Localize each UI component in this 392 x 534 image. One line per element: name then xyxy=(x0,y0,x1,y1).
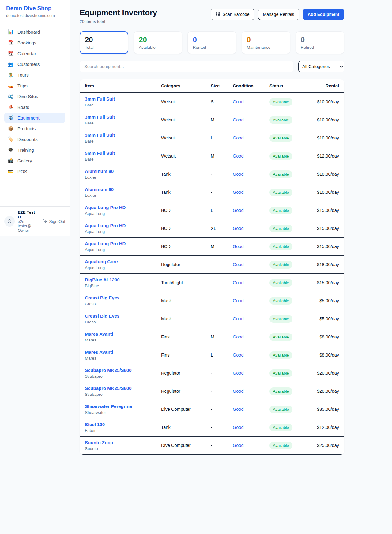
status-badge: Available xyxy=(270,170,292,178)
condition-link[interactable]: Good xyxy=(233,208,243,213)
filters-row: All Categories xyxy=(80,61,344,72)
condition-link[interactable]: Good xyxy=(233,443,243,448)
sidebar-item-training[interactable]: 🎓Training xyxy=(4,145,65,155)
status-badge: Available xyxy=(270,152,292,160)
search-input[interactable] xyxy=(80,61,293,72)
sidebar-item-dive-sites[interactable]: 🌊Dive Sites xyxy=(4,91,65,101)
category-cell: Mask xyxy=(159,310,208,328)
condition-link[interactable]: Good xyxy=(233,316,243,321)
condition-link[interactable]: Good xyxy=(233,226,243,231)
item-brand: Bare xyxy=(85,139,156,143)
item-link[interactable]: Aqua Lung Pro HD xyxy=(85,223,156,228)
item-link[interactable]: 3mm Full Suit xyxy=(85,96,156,101)
shop-name[interactable]: Demo Dive Shop xyxy=(6,5,63,12)
category-cell: BCD xyxy=(159,201,208,219)
size-cell: M xyxy=(208,147,230,165)
item-link[interactable]: Shearwater Peregrine xyxy=(85,404,156,409)
condition-link[interactable]: Good xyxy=(233,298,243,303)
condition-link[interactable]: Good xyxy=(233,154,243,158)
sidebar-item-trips[interactable]: 🚤Trips xyxy=(4,80,65,91)
condition-link[interactable]: Good xyxy=(233,117,243,122)
wave-icon: 🌊 xyxy=(8,93,13,99)
scan-barcode-button[interactable]: Scan Barcode xyxy=(211,9,254,20)
item-link[interactable]: 3mm Full Suit xyxy=(85,114,156,120)
item-link[interactable]: Aluminum 80 xyxy=(85,187,156,192)
stat-value: 0 xyxy=(193,36,231,44)
condition-cell: Good xyxy=(230,292,267,310)
sign-out-button[interactable]: Sign Out xyxy=(42,219,65,224)
condition-link[interactable]: Good xyxy=(233,262,243,267)
item-link[interactable]: Aqua Lung Pro HD xyxy=(85,205,156,210)
bar-chart-icon: 📊 xyxy=(8,29,13,35)
user-email: e2e-tester@... xyxy=(18,219,39,228)
sidebar-item-discounts[interactable]: 🏷️Discounts xyxy=(4,134,65,144)
condition-link[interactable]: Good xyxy=(233,280,243,285)
size-cell: - xyxy=(208,292,230,310)
stat-card-retired[interactable]: 0Retired xyxy=(296,31,344,54)
condition-link[interactable]: Good xyxy=(233,353,243,357)
size-cell: M xyxy=(208,111,230,129)
rental-cell: $15.00/day xyxy=(310,201,344,219)
sidebar-item-tours[interactable]: 🏝️Tours xyxy=(4,70,65,80)
item-cell: 3mm Full SuitBare xyxy=(80,129,159,147)
condition-link[interactable]: Good xyxy=(233,425,243,430)
item-cell: Aqua Lung Pro HDAqua Lung xyxy=(80,238,159,256)
manage-rentals-button[interactable]: Manage Rentals xyxy=(258,9,299,20)
item-link[interactable]: Scubapro MK25/S600 xyxy=(85,386,156,391)
condition-link[interactable]: Good xyxy=(233,407,243,412)
item-link[interactable]: Cressi Big Eyes xyxy=(85,313,156,318)
sidebar-item-dashboard[interactable]: 📊Dashboard xyxy=(4,27,65,37)
item-cell: Aqualung CoreAqua Lung xyxy=(80,256,159,274)
category-cell: Wetsuit xyxy=(159,111,208,129)
page-title: Equipment Inventory xyxy=(80,8,157,17)
sidebar-item-bookings[interactable]: 📅Bookings xyxy=(4,37,65,48)
item-link[interactable]: 5mm Full Suit xyxy=(85,151,156,156)
category-select[interactable]: All Categories xyxy=(298,61,344,72)
sidebar-item-gallery[interactable]: 📸Gallery xyxy=(4,155,65,166)
item-link[interactable]: Mares Avanti xyxy=(85,349,156,355)
status-badge: Available xyxy=(270,333,292,341)
table-row: Scubapro MK25/S600ScubaproRegulator-Good… xyxy=(80,382,344,400)
stat-card-available[interactable]: 20Available xyxy=(134,31,182,54)
stat-card-total[interactable]: 20Total xyxy=(80,31,128,54)
tag-icon: 🏷️ xyxy=(8,136,13,142)
item-link[interactable]: BigBlue AL1200 xyxy=(85,277,156,282)
item-link[interactable]: Steel 100 xyxy=(85,422,156,427)
condition-link[interactable]: Good xyxy=(233,190,243,195)
sidebar-item-equipment[interactable]: 🤿Equipment xyxy=(4,113,65,123)
category-cell: BCD xyxy=(159,238,208,256)
condition-cell: Good xyxy=(230,310,267,328)
condition-link[interactable]: Good xyxy=(233,389,243,394)
item-link[interactable]: 3mm Full Suit xyxy=(85,132,156,138)
item-link[interactable]: Aqualung Core xyxy=(85,259,156,264)
stat-card-rented[interactable]: 0Rented xyxy=(187,31,236,54)
status-cell: Available xyxy=(267,328,310,346)
add-equipment-label: Add Equipment xyxy=(308,12,339,17)
rental-cell: $12.00/day xyxy=(310,147,344,165)
condition-link[interactable]: Good xyxy=(233,99,243,104)
item-link[interactable]: Suunto Zoop xyxy=(85,440,156,445)
condition-link[interactable]: Good xyxy=(233,172,243,177)
sidebar-item-boats[interactable]: ⛵Boats xyxy=(4,102,65,112)
item-link[interactable]: Cressi Big Eyes xyxy=(85,295,156,300)
condition-cell: Good xyxy=(230,382,267,400)
sidebar-nav: 📊Dashboard📅Bookings📆Calendar👥Customers🏝️… xyxy=(0,22,70,206)
condition-link[interactable]: Good xyxy=(233,244,243,249)
sidebar-item-pos[interactable]: 💳POS xyxy=(4,166,65,177)
category-cell: Mask xyxy=(159,292,208,310)
sidebar-item-products[interactable]: 📦Products xyxy=(4,123,65,134)
item-link[interactable]: Aluminum 80 xyxy=(85,169,156,174)
item-link[interactable]: Mares Avanti xyxy=(85,331,156,337)
condition-cell: Good xyxy=(230,129,267,147)
condition-link[interactable]: Good xyxy=(233,334,243,339)
condition-link[interactable]: Good xyxy=(233,371,243,376)
stat-label: Available xyxy=(139,45,177,50)
item-link[interactable]: Scubapro MK25/S600 xyxy=(85,368,156,373)
sidebar-item-customers[interactable]: 👥Customers xyxy=(4,59,65,69)
item-brand: Cressi xyxy=(85,320,156,324)
stat-card-maintenance[interactable]: 0Maintenance xyxy=(242,31,290,54)
sidebar-item-calendar[interactable]: 📆Calendar xyxy=(4,48,65,59)
add-equipment-button[interactable]: Add Equipment xyxy=(303,9,344,20)
condition-link[interactable]: Good xyxy=(233,135,243,140)
item-link[interactable]: Aqua Lung Pro HD xyxy=(85,241,156,246)
